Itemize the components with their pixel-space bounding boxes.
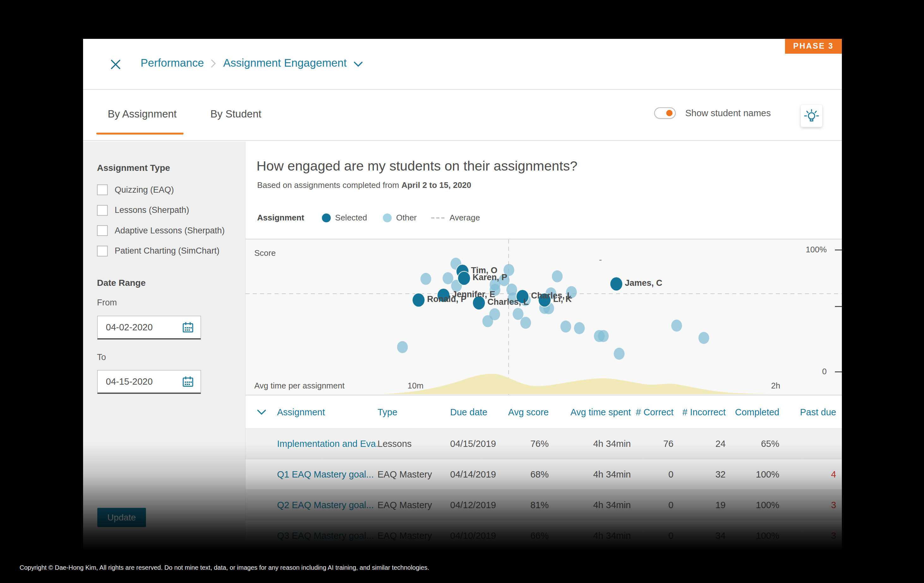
completed-cell: 100% [728,469,782,480]
due-date-cell: 04/10/2019 [450,530,501,541]
correct-cell: 0 [634,500,676,511]
checkbox-label: Patient Charting (SimChart) [115,246,219,256]
table-row: Q2 EAQ Mastery goal...EAQ Mastery04/12/2… [246,489,842,520]
avg-time-cell: 4h 34min [551,439,634,449]
chevron-down-icon[interactable] [353,61,363,67]
assignments-table: AssignmentTypeDue dateAvg scoreAvg time … [246,396,842,550]
column-header-past-due[interactable]: Past due [782,407,839,418]
table-body: Implementation and Eva...Lessons04/15/20… [246,428,842,550]
column-header-type[interactable]: Type [378,407,450,418]
assignment-type-option[interactable]: Quizzing (EAQ) [97,184,174,195]
past-due-cell: 3 [782,530,839,541]
page: PHASE 3 Performance Assignment Engagemen… [0,0,924,583]
assignment-link[interactable]: Q1 EAQ Mastery goal... [277,469,378,480]
student-name-label: Charles, L [487,297,529,307]
type-cell: EAQ Mastery [378,500,450,511]
avg-time-cell: 4h 34min [551,500,634,511]
due-date-cell: 04/12/2019 [450,500,501,511]
from-date-value: 04-02-2020 [106,322,182,333]
column-header-assignment[interactable]: Assignment [277,407,378,418]
assignment-link[interactable]: Implementation and Eva... [277,439,378,449]
assignment-type-heading: Assignment Type [97,163,170,173]
column-header-avg-score[interactable]: Avg score [501,407,551,418]
legend-average-label: Average [449,213,480,222]
column-header--correct[interactable]: # Correct [634,407,676,418]
to-label: To [97,352,106,362]
student-name-label: James, C [625,278,662,288]
incorrect-cell: 19 [676,500,728,511]
due-date-cell: 04/14/2019 [450,469,501,480]
legend-selected-dot-icon [322,214,331,222]
checkbox-unchecked[interactable] [97,184,108,195]
avg-score-cell: 66% [501,530,551,541]
show-names-toggle-row: Show student names [654,107,771,119]
checkbox-unchecked[interactable] [97,246,108,257]
copyright-text: Copyright © Dae-Hong Kim, All rights are… [20,564,429,571]
from-date-input[interactable]: 04-02-2020 [97,316,201,339]
column-header-completed[interactable]: Completed [728,407,782,418]
assignment-link[interactable]: Q2 EAQ Mastery goal... [277,500,378,511]
tab-bar: By Assignment By Student Show student na… [83,90,842,141]
assignment-type-option[interactable]: Adaptive Lessons (Sherpath) [97,225,224,236]
table-row: Implementation and Eva...Lessons04/15/20… [246,428,842,459]
correct-cell: 0 [634,469,676,480]
to-date-value: 04-15-2020 [106,376,182,387]
update-button[interactable]: Update [97,508,146,527]
subtitle: Based on assignments completed from Apri… [257,180,471,190]
assignment-type-option[interactable]: Patient Charting (SimChart) [97,246,219,257]
assignment-link[interactable]: Q3 EAQ Mastery goal... [277,530,378,541]
avg-score-cell: 68% [501,469,551,480]
legend-other-label: Other [396,213,417,222]
column-header-due-date[interactable]: Due date [450,407,501,418]
to-date-input[interactable]: 04-15-2020 [97,370,201,394]
calendar-icon[interactable] [182,321,194,333]
incorrect-cell: 32 [676,469,728,480]
student-name-label: Ronald, P [427,294,467,304]
table-row: Q3 EAQ Mastery goal...EAQ Mastery04/10/2… [246,520,842,550]
phase-badge: PHASE 3 [785,39,842,54]
insights-button[interactable] [801,105,822,127]
assignment-type-option[interactable]: Lessons (Sherpath) [97,205,189,216]
incorrect-cell: 34 [676,530,728,541]
breadcrumb-performance[interactable]: Performance [140,56,204,69]
checkbox-unchecked[interactable] [97,205,108,216]
legend-other-dot-icon [383,214,392,222]
from-label: From [97,298,117,308]
header: Performance Assignment Engagement [83,39,842,90]
plot-area: Score Avg time per assignment - 10m30m1h… [246,239,842,395]
breadcrumb: Performance Assignment Engagement [140,56,363,69]
toggle-knob [666,110,673,116]
chart-legend: Assignment Selected Other Average [257,213,480,222]
type-cell: EAQ Mastery [378,530,450,541]
legend-average-dash-icon [431,217,445,219]
correct-cell: 76 [634,439,676,449]
tab-by-assignment[interactable]: By Assignment [108,108,177,120]
student-dot-selected[interactable] [412,293,425,307]
show-student-names-toggle[interactable] [654,107,676,119]
avg-score-cell: 81% [501,500,551,511]
checkbox-unchecked[interactable] [97,225,108,236]
date-range-heading: Date Range [97,278,146,288]
close-icon[interactable] [110,58,122,71]
lightbulb-icon [804,107,820,125]
correct-cell: 0 [634,530,676,541]
calendar-icon[interactable] [182,375,194,387]
completed-cell: 100% [728,500,782,511]
column-header-avg-time-spent[interactable]: Avg time spent [551,407,634,418]
time-density-curve [246,238,842,395]
table-row: Q1 EAQ Mastery goal...EAQ Mastery04/14/2… [246,459,842,489]
student-dot-selected[interactable] [457,271,471,285]
tab-by-student[interactable]: By Student [210,108,261,120]
collapse-chevron-icon[interactable] [257,409,266,415]
due-date-cell: 04/15/2019 [450,439,501,449]
avg-time-cell: 4h 34min [551,530,634,541]
subtitle-dates: April 2 to 15, 2020 [401,180,471,190]
student-name-label: Li, K [553,294,572,304]
table-header-row: AssignmentTypeDue dateAvg scoreAvg time … [246,396,842,428]
student-dot-selected[interactable] [610,277,623,291]
student-name-label: Karen, P [473,273,507,282]
checkbox-label: Lessons (Sherpath) [115,205,189,215]
column-header--incorrect[interactable]: # Incorrect [676,407,728,418]
past-due-cell: 3 [782,500,839,511]
breadcrumb-assignment-engagement[interactable]: Assignment Engagement [223,56,346,69]
